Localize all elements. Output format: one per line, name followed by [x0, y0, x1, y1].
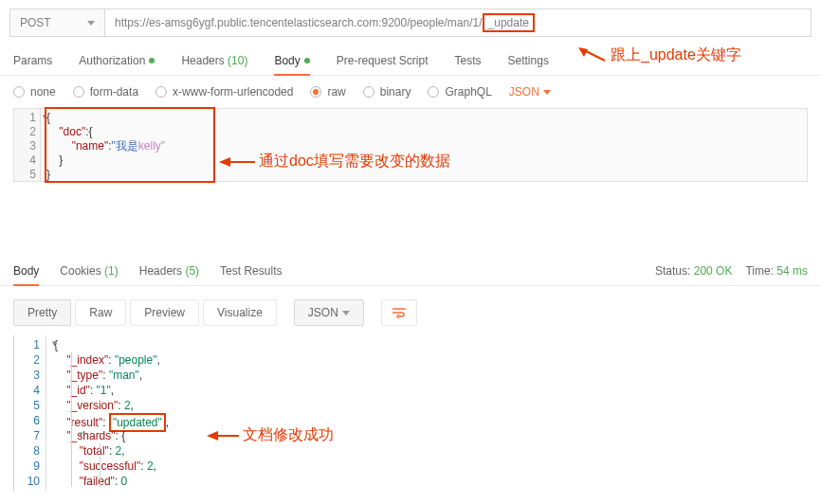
body-format-select[interactable]: JSON	[509, 85, 551, 99]
fold-icon: ▾	[79, 429, 83, 439]
line-gutter: 12345678910	[14, 335, 46, 491]
radio-raw[interactable]: raw	[310, 85, 345, 99]
url-highlight-box: _update	[483, 13, 535, 32]
annotation-body: 通过doc填写需要改变的数据	[219, 152, 450, 171]
url-text: https://es-amsg6ygf.public.tencentelasti…	[115, 16, 483, 29]
resp-tab-body[interactable]: Body	[13, 257, 39, 285]
radio-graphql[interactable]: GraphQL	[428, 85, 491, 99]
chevron-down-icon	[87, 21, 95, 26]
tab-headers[interactable]: Headers (10)	[181, 46, 247, 75]
response-status: Status: 200 OK Time: 54 ms	[655, 264, 808, 278]
svg-marker-5	[207, 431, 218, 441]
fold-icon: ▾	[43, 112, 47, 121]
btn-preview[interactable]: Preview	[130, 299, 199, 326]
tab-tests[interactable]: Tests	[455, 46, 482, 75]
fold-icon: ▾	[52, 338, 57, 348]
resp-format-select[interactable]: JSON	[294, 299, 364, 326]
url-input[interactable]: https://es-amsg6ygf.public.tencentelasti…	[104, 9, 812, 37]
annotation-url: 跟上_update关键字	[578, 45, 741, 65]
tab-prerequest[interactable]: Pre-request Script	[337, 46, 429, 75]
body-type-radios: none form-data x-www-form-urlencoded raw…	[0, 76, 821, 108]
http-method-select[interactable]: POST	[9, 9, 104, 37]
code-area: { "_index": "people", "_type": "man", "_…	[46, 335, 808, 491]
arrow-icon	[578, 47, 607, 64]
line-gutter: 12345	[14, 109, 41, 181]
chevron-down-icon	[342, 311, 350, 315]
svg-marker-3	[219, 157, 230, 167]
response-tabs-row: Body Cookies (1) Headers (5) Test Result…	[0, 256, 821, 286]
radio-none[interactable]: none	[13, 85, 56, 99]
svg-marker-1	[578, 47, 588, 57]
radio-binary[interactable]: binary	[363, 85, 411, 99]
resp-tab-cookies[interactable]: Cookies (1)	[60, 257, 118, 285]
tab-body[interactable]: Body	[274, 46, 309, 75]
tab-authorization[interactable]: Authorization	[79, 46, 155, 75]
btn-visualize[interactable]: Visualize	[203, 299, 277, 326]
btn-raw[interactable]: Raw	[75, 299, 126, 326]
indent-guide	[71, 352, 72, 487]
arrow-icon	[207, 429, 239, 442]
dot-icon	[149, 58, 155, 63]
svg-line-0	[584, 50, 605, 61]
indent-guide	[100, 443, 100, 487]
btn-pretty[interactable]: Pretty	[13, 299, 71, 326]
response-controls: Pretty Raw Preview Visualize JSON	[0, 286, 821, 335]
annotation-result: 文档修改成功	[207, 425, 334, 445]
radio-formdata[interactable]: form-data	[73, 85, 138, 99]
tab-params[interactable]: Params	[13, 46, 52, 75]
tab-settings[interactable]: Settings	[508, 46, 549, 75]
dot-icon	[304, 58, 310, 63]
arrow-icon	[219, 154, 255, 170]
radio-urlencoded[interactable]: x-www-form-urlencoded	[155, 85, 293, 99]
resp-tab-headers[interactable]: Headers (5)	[139, 257, 199, 285]
http-method-value: POST	[20, 16, 51, 29]
chevron-down-icon	[543, 90, 551, 95]
response-body-editor[interactable]: 12345678910 ▾ ▾ { "_index": "people", "_…	[13, 335, 808, 491]
wrap-icon	[392, 307, 407, 318]
btn-wrap[interactable]	[381, 299, 417, 326]
resp-tab-tests[interactable]: Test Results	[220, 257, 282, 285]
